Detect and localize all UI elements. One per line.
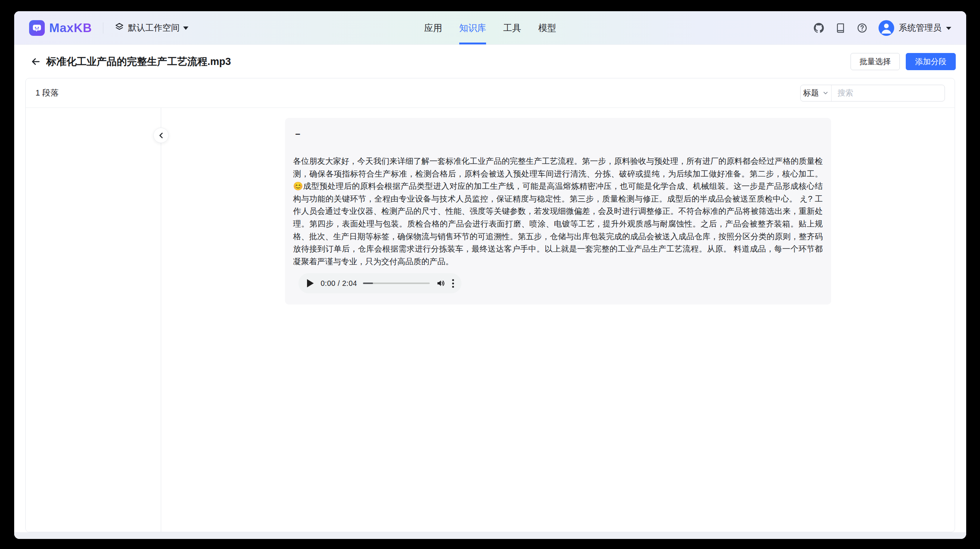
- chevron-down-icon: [183, 27, 188, 30]
- user-name: 系统管理员: [899, 22, 942, 34]
- volume-icon[interactable]: [436, 278, 446, 289]
- segments-panel: 1 段落 标题 –: [25, 78, 955, 532]
- segment-text: 各位朋友大家好，今天我们来详细了解一套标准化工业产品的完整生产工艺流程。第一步，…: [293, 155, 823, 268]
- active-tab-underline: [459, 43, 486, 45]
- workspace-selector[interactable]: 默认工作空间: [115, 22, 188, 34]
- tab-tools[interactable]: 工具: [503, 11, 521, 45]
- maxkb-logo[interactable]: MaxKB: [29, 20, 92, 36]
- brand-name: MaxKB: [49, 21, 92, 35]
- github-icon[interactable]: [814, 23, 824, 33]
- top-navbar: MaxKB 默认工作空间 应用 知识库: [14, 11, 966, 45]
- segments-content: – 各位朋友大家好，今天我们来详细了解一套标准化工业产品的完整生产工艺流程。第一…: [161, 108, 955, 532]
- chevron-left-icon: [158, 132, 164, 139]
- user-menu[interactable]: 系统管理员: [878, 20, 951, 36]
- audio-more-options-icon[interactable]: [452, 279, 454, 288]
- batch-select-button[interactable]: 批量选择: [851, 53, 900, 70]
- add-segment-button[interactable]: 添加分段: [906, 53, 956, 70]
- panel-body: – 各位朋友大家好，今天我们来详细了解一套标准化工业产品的完整生产工艺流程。第一…: [26, 108, 955, 532]
- search-group: 标题: [800, 85, 945, 102]
- audio-progress-played: [363, 282, 373, 284]
- chevron-down-icon: [822, 90, 829, 96]
- app-window: MaxKB 默认工作空间 应用 知识库: [14, 11, 966, 539]
- nav-divider: [103, 22, 103, 34]
- sidebar-collapse-button[interactable]: [153, 128, 169, 143]
- chapter-sidebar: [26, 108, 161, 532]
- audio-player[interactable]: 0:00 / 2:04: [298, 273, 461, 294]
- chevron-down-icon: [946, 27, 951, 30]
- main-nav-tabs: 应用 知识库 工具 模型: [424, 11, 556, 45]
- window-bottom-strip: [14, 532, 966, 539]
- tab-applications[interactable]: 应用: [424, 11, 442, 45]
- page-title: 标准化工业产品的完整生产工艺流程.mp3: [46, 55, 231, 68]
- page-header: 标准化工业产品的完整生产工艺流程.mp3 批量选择 添加分段: [14, 45, 966, 78]
- help-icon[interactable]: [857, 23, 867, 33]
- search-filter-value: 标题: [803, 88, 819, 98]
- tab-knowledge-base[interactable]: 知识库: [459, 11, 486, 45]
- tab-models[interactable]: 模型: [538, 11, 556, 45]
- audio-time: 0:00 / 2:04: [321, 279, 357, 288]
- search-input[interactable]: [832, 85, 945, 101]
- avatar: [878, 20, 894, 36]
- segment-count: 1 段落: [35, 87, 59, 99]
- panel-toolbar: 1 段落 标题: [26, 78, 955, 108]
- layers-icon: [115, 22, 124, 34]
- segment-card[interactable]: – 各位朋友大家好，今天我们来详细了解一套标准化工业产品的完整生产工艺流程。第一…: [285, 118, 831, 305]
- segment-title: –: [293, 128, 823, 139]
- search-filter-select[interactable]: 标题: [800, 85, 832, 101]
- audio-seek-bar[interactable]: [363, 282, 430, 284]
- docs-icon[interactable]: [835, 23, 846, 33]
- back-button[interactable]: [29, 54, 43, 69]
- play-button[interactable]: [306, 279, 315, 288]
- maxkb-logo-icon: [29, 20, 45, 36]
- workspace-label: 默认工作空间: [128, 22, 180, 34]
